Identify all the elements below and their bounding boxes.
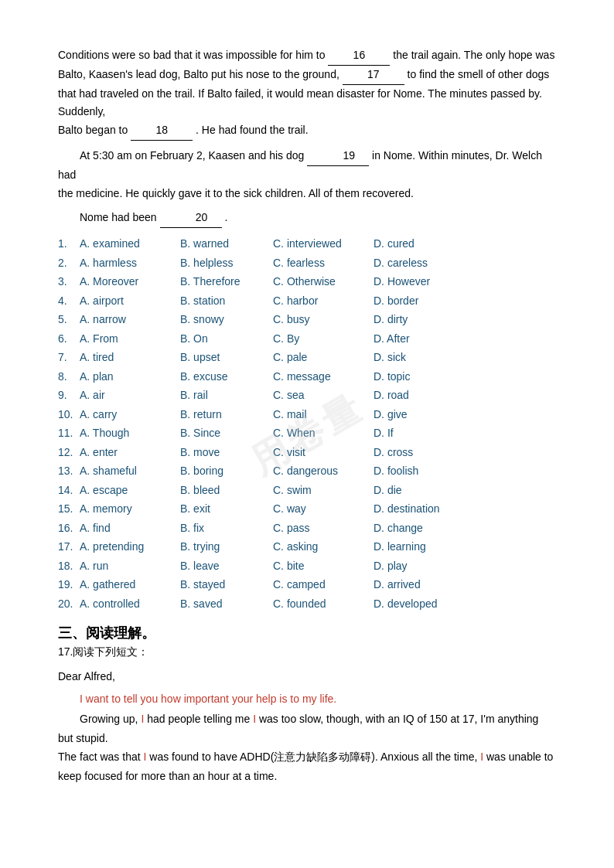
option-8d: D. topic [374,367,451,386]
option-num-19: 19. [58,575,80,594]
option-5b: B. snowy [180,310,273,329]
option-6b: B. On [180,329,273,349]
letter-para2-b4: was found to have ADHD(注意力缺陷多动障碍). Anxio… [146,751,480,763]
option-num-3: 3. [58,272,80,291]
option-10b: B. return [180,405,273,424]
option-num-17: 17. [58,537,80,557]
option-num-16: 16. [58,519,80,538]
option-16c: C. pass [273,519,374,538]
option-row-15: 15. A. memory B. exit C. way D. destinat… [58,499,556,519]
option-15d: D. destination [374,499,451,519]
option-num-10: 10. [58,405,80,424]
passage-line7: Nome had been [80,211,157,223]
option-7b: B. upset [180,348,273,367]
option-10c: C. mail [273,405,374,424]
option-4a: A. airport [80,291,180,311]
option-5d: D. dirty [374,310,451,329]
option-11d: D. If [374,424,451,443]
passage-line1b: the trail again. The only hope was [393,49,554,61]
option-num-18: 18. [58,557,80,576]
passage-line4pre: Balto began to [58,124,128,136]
option-17d: D. learning [374,537,451,557]
option-num-15: 15. [58,499,80,519]
option-row-14: 14. A. escape B. bleed C. swim D. die [58,481,556,500]
option-11c: C. When [273,424,374,443]
option-12a: A. enter [80,443,180,462]
option-13b: B. boring [180,461,273,481]
option-num-8: 8. [58,367,80,386]
option-9c: C. sea [273,386,374,405]
option-num-13: 13. [58,461,80,481]
letter-para1: I want to tell you how important your he… [58,689,556,709]
option-17b: B. trying [180,537,273,557]
letter-para2-b1: had people telling me [144,713,253,725]
option-1c: C. interviewed [273,234,374,254]
option-2a: A. harmless [80,254,180,273]
option-row-9: 9. A. air B. rail C. sea D. road [58,386,556,405]
section3-title: 三、阅读理解。 [58,624,556,642]
option-17a: A. pretending [80,537,180,557]
option-15c: C. way [273,499,374,519]
option-row-20: 20. A. controlled B. saved C. founded D.… [58,594,556,614]
passage-line6: the medicine. He quickly gave it to the … [58,187,414,199]
option-14c: C. swim [273,481,374,500]
passage-line7b: . [224,211,227,223]
options-section: 1. A. examined B. warned C. interviewed … [58,234,556,613]
letter-para2-pre: Growing up, [80,713,141,725]
option-2b: B. helpless [180,254,273,273]
option-10d: D. give [374,405,451,424]
option-row-8: 8. A. plan B. excuse C. message D. topic [58,367,556,386]
passage-block3: Nome had been 20 . [58,209,556,228]
option-13a: A. shameful [80,461,180,481]
option-5c: C. busy [273,310,374,329]
option-3d: D. However [374,272,451,291]
option-row-17: 17. A. pretending B. trying C. asking D.… [58,537,556,557]
option-17c: C. asking [273,537,374,557]
blank-18: 18 [131,121,193,141]
letter-para2: Growing up, I had people telling me I wa… [58,710,556,785]
option-18c: C. bite [273,557,374,576]
passage-line1: Conditions were so bad that it was impos… [58,49,326,61]
option-num-5: 5. [58,310,80,329]
option-7a: A. tired [80,348,180,367]
blank-19: 19 [307,147,369,166]
option-row-12: 12. A. enter B. move C. visit D. cross [58,443,556,462]
option-row-1: 1. A. examined B. warned C. interviewed … [58,234,556,254]
option-row-19: 19. A. gathered B. stayed C. camped D. a… [58,575,556,594]
option-4d: D. border [374,291,451,311]
option-13c: C. dangerous [273,461,374,481]
option-num-6: 6. [58,329,80,349]
option-6d: D. After [374,329,451,349]
option-15b: B. exit [180,499,273,519]
option-row-10: 10. A. carry B. return C. mail D. give [58,405,556,424]
passage-line3: that had traveled on the trail. If Balto… [58,87,542,118]
option-19c: C. camped [273,575,374,594]
option-row-3: 3. A. Moreover B. Therefore C. Otherwise… [58,272,556,291]
option-6c: C. By [273,329,374,349]
option-9b: B. rail [180,386,273,405]
option-16b: B. fix [180,519,273,538]
option-7c: C. pale [273,348,374,367]
option-6a: A. From [80,329,180,349]
option-8a: A. plan [80,367,180,386]
passage-line5: At 5:30 am on February 2, Kaasen and his… [80,149,304,162]
option-num-20: 20. [58,594,80,614]
option-1a: A. examined [80,234,180,254]
option-13d: D. foolish [374,461,451,481]
option-7d: D. sick [374,348,451,367]
option-18b: B. leave [180,557,273,576]
option-18d: D. play [374,557,451,576]
option-3c: C. Otherwise [273,272,374,291]
option-num-1: 1. [58,234,80,254]
option-19b: B. stayed [180,575,273,594]
option-row-5: 5. A. narrow B. snowy C. busy D. dirty [58,310,556,329]
option-19a: A. gathered [80,575,180,594]
option-10a: A. carry [80,405,180,424]
passage-line2b: to find the smell of other dogs [408,68,550,80]
option-num-12: 12. [58,443,80,462]
option-16a: A. find [80,519,180,538]
option-12b: B. move [180,443,273,462]
option-5a: A. narrow [80,310,180,329]
blank-16: 16 [328,46,390,66]
option-8c: C. message [273,367,374,386]
